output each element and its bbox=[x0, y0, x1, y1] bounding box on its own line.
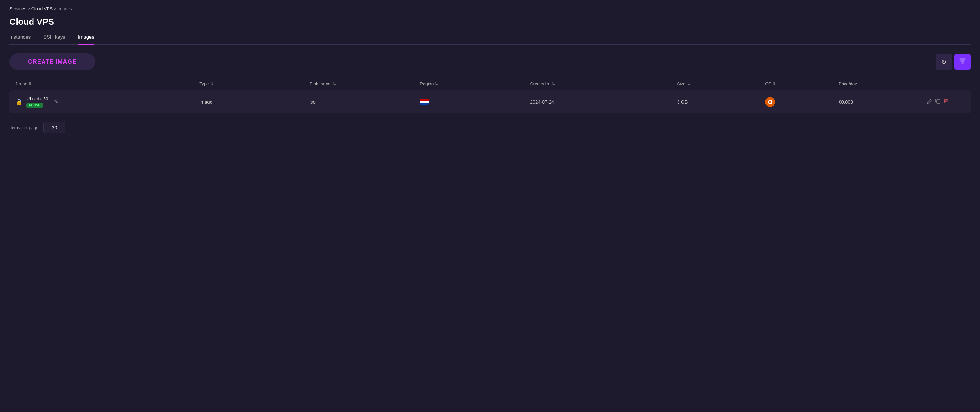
col-region: Region ⇅ bbox=[420, 81, 530, 86]
col-disk-format: Disk format ⇅ bbox=[310, 81, 420, 86]
sort-size-icon[interactable]: ⇅ bbox=[687, 82, 690, 86]
table-header: Name ⇅ Type ⇅ Disk format ⇅ Region ⇅ Cre… bbox=[10, 78, 970, 91]
sort-os-icon[interactable]: ⇅ bbox=[773, 82, 776, 86]
tabs-container: Instances SSH keys Images bbox=[10, 34, 970, 45]
edit-icon[interactable] bbox=[927, 98, 932, 105]
svg-rect-3 bbox=[937, 100, 940, 103]
os-cell bbox=[765, 97, 838, 107]
page-title: Cloud VPS bbox=[10, 17, 970, 27]
sort-name-icon[interactable]: ⇅ bbox=[29, 82, 32, 86]
items-per-page-input[interactable] bbox=[43, 122, 65, 133]
edit-name-icon[interactable]: ✎ bbox=[54, 99, 58, 105]
breadcrumb-images: Images bbox=[57, 6, 72, 11]
toolbar: CREATE IMAGE ↻ bbox=[10, 54, 970, 70]
copy-icon[interactable] bbox=[935, 98, 940, 105]
sort-created-at-icon[interactable]: ⇅ bbox=[552, 82, 555, 86]
col-actions bbox=[927, 81, 964, 86]
sort-type-icon[interactable]: ⇅ bbox=[210, 82, 213, 86]
breadcrumb-cloud-vps[interactable]: Cloud VPS bbox=[31, 6, 52, 11]
create-image-button[interactable]: CREATE IMAGE bbox=[10, 54, 95, 70]
created-at-cell: 2024-07-24 bbox=[530, 99, 677, 105]
row-name: Ubuntu24 bbox=[26, 96, 48, 102]
disk-format-cell: iso bbox=[310, 99, 420, 105]
col-os: OS ⇅ bbox=[765, 81, 838, 86]
col-price-day: Price/day bbox=[838, 81, 927, 86]
filter-icon bbox=[959, 58, 966, 65]
delete-icon[interactable] bbox=[943, 98, 949, 105]
sort-disk-format-icon[interactable]: ⇅ bbox=[333, 82, 336, 86]
sort-region-icon[interactable]: ⇅ bbox=[435, 82, 438, 86]
col-name: Name ⇅ bbox=[16, 81, 199, 86]
filter-button[interactable] bbox=[955, 54, 970, 70]
region-cell bbox=[420, 99, 530, 105]
price-day-cell: €0.003 bbox=[838, 99, 927, 105]
tab-instances[interactable]: Instances bbox=[10, 34, 31, 45]
status-badge: ACTIVE bbox=[26, 103, 43, 108]
breadcrumb: Services > Cloud VPS > Images bbox=[10, 6, 970, 11]
table-row: 🔒 Ubuntu24 ACTIVE ✎ Image iso 2024-07-24… bbox=[10, 91, 970, 113]
type-cell: Image bbox=[199, 99, 309, 105]
tab-ssh-keys[interactable]: SSH keys bbox=[43, 34, 65, 45]
breadcrumb-services[interactable]: Services bbox=[10, 6, 26, 11]
pagination-row: Items per page: bbox=[10, 122, 970, 133]
items-per-page-label: Items per page: bbox=[10, 125, 40, 130]
name-content: Ubuntu24 ACTIVE bbox=[26, 96, 48, 108]
col-created-at: Created at ⇅ bbox=[530, 81, 677, 86]
row-actions bbox=[927, 98, 964, 105]
size-cell: 3 GB bbox=[677, 99, 765, 105]
images-table: Name ⇅ Type ⇅ Disk format ⇅ Region ⇅ Cre… bbox=[10, 78, 970, 115]
col-size: Size ⇅ bbox=[677, 81, 765, 86]
nl-flag-icon bbox=[420, 99, 428, 105]
name-cell: 🔒 Ubuntu24 ACTIVE ✎ bbox=[16, 96, 199, 108]
tab-images[interactable]: Images bbox=[78, 34, 94, 45]
lock-icon: 🔒 bbox=[16, 99, 22, 105]
toolbar-actions: ↻ bbox=[935, 54, 970, 70]
col-type: Type ⇅ bbox=[199, 81, 309, 86]
refresh-button[interactable]: ↻ bbox=[935, 54, 952, 70]
ubuntu-icon bbox=[765, 97, 775, 107]
refresh-icon: ↻ bbox=[941, 58, 947, 66]
